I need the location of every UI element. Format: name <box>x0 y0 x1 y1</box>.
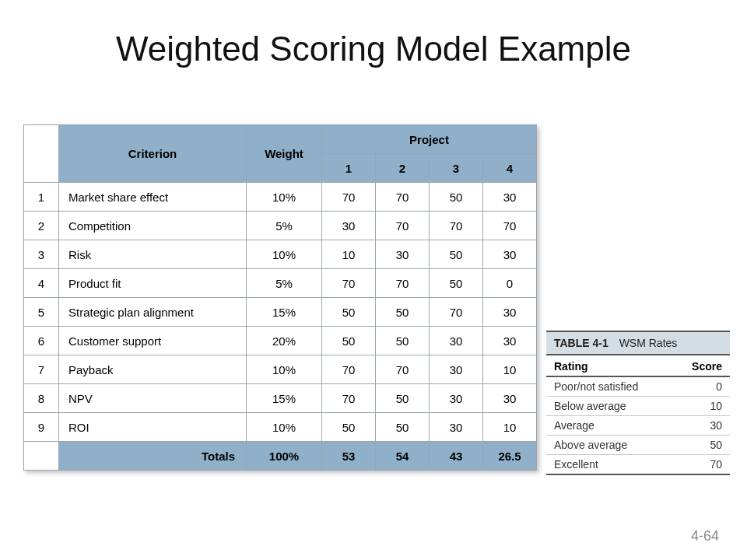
row-p1: 30 <box>322 212 376 240</box>
row-weight: 10% <box>247 240 322 269</box>
row-criterion: Strategic plan alignment <box>59 298 247 327</box>
row-weight: 20% <box>247 327 322 355</box>
table-row: 1Market share effect10%70705030 <box>24 183 537 212</box>
totals-p4: 26.5 <box>483 442 537 471</box>
row-criterion: Market share effect <box>59 183 247 212</box>
totals-label: Totals <box>59 442 247 471</box>
row-index: 9 <box>24 413 59 442</box>
rate-label: Poor/not satisfied <box>546 376 672 397</box>
table-row: 4Product fit5%7070500 <box>24 269 537 298</box>
rate-label: Above average <box>546 436 672 455</box>
wsm-header-weight: Weight <box>247 125 322 183</box>
rate-score: 10 <box>672 397 730 416</box>
row-p3: 50 <box>430 269 483 298</box>
row-p2: 70 <box>376 355 430 384</box>
wsm-header-blank <box>24 125 59 183</box>
row-index: 4 <box>24 269 59 298</box>
row-weight: 15% <box>247 298 322 327</box>
row-weight: 10% <box>247 413 322 442</box>
row-p2: 50 <box>376 413 430 442</box>
row-p4: 30 <box>483 240 537 269</box>
rate-score: 30 <box>672 416 730 436</box>
wsm-header-criterion: Criterion <box>59 125 247 183</box>
table-row: 2Competition5%30707070 <box>24 212 537 240</box>
totals-blank <box>24 442 59 471</box>
row-p4: 10 <box>483 413 537 442</box>
row-index: 5 <box>24 298 59 327</box>
row-p3: 50 <box>430 240 483 269</box>
rates-table-title: TABLE 4-1 WSM Rates <box>546 331 730 355</box>
row-p2: 50 <box>376 327 430 355</box>
row-criterion: Competition <box>59 212 247 240</box>
row-p1: 50 <box>322 413 376 442</box>
row-criterion: ROI <box>59 413 247 442</box>
rate-label: Excellent <box>546 455 672 475</box>
row-p3: 70 <box>430 212 483 240</box>
row-p1: 70 <box>322 183 376 212</box>
row-p1: 50 <box>322 327 376 355</box>
row-p2: 50 <box>376 298 430 327</box>
row-index: 3 <box>24 240 59 269</box>
rate-label: Average <box>546 416 672 436</box>
row-p4: 30 <box>483 384 537 413</box>
row-p2: 50 <box>376 384 430 413</box>
row-p2: 70 <box>376 212 430 240</box>
wsm-header-p2: 2 <box>376 154 430 183</box>
list-item: Average30 <box>546 416 730 436</box>
row-p3: 30 <box>430 413 483 442</box>
totals-row: Totals100%53544326.5 <box>24 442 537 471</box>
rates-header-rating: Rating <box>546 355 672 376</box>
row-p3: 30 <box>430 355 483 384</box>
row-weight: 5% <box>247 212 322 240</box>
row-p4: 70 <box>483 212 537 240</box>
row-criterion: Customer support <box>59 327 247 355</box>
row-weight: 5% <box>247 269 322 298</box>
wsm-header-p4: 4 <box>483 154 537 183</box>
table-row: 8NPV15%70503030 <box>24 384 537 413</box>
list-item: Poor/not satisfied0 <box>546 376 730 397</box>
row-criterion: Payback <box>59 355 247 384</box>
row-criterion: NPV <box>59 384 247 413</box>
table-row: 9ROI10%50503010 <box>24 413 537 442</box>
row-weight: 10% <box>247 355 322 384</box>
row-p4: 10 <box>483 355 537 384</box>
row-p3: 70 <box>430 298 483 327</box>
row-p1: 70 <box>322 355 376 384</box>
row-criterion: Risk <box>59 240 247 269</box>
row-p2: 30 <box>376 240 430 269</box>
row-weight: 10% <box>247 183 322 212</box>
list-item: Above average50 <box>546 436 730 455</box>
slide-title: Weighted Scoring Model Example <box>0 30 747 68</box>
totals-weight: 100% <box>247 442 322 471</box>
rate-score: 0 <box>672 376 730 397</box>
table-row: 7Payback10%70703010 <box>24 355 537 384</box>
wsm-header-row-1: Criterion Weight Project <box>24 125 537 154</box>
row-index: 1 <box>24 183 59 212</box>
table-row: 3Risk10%10305030 <box>24 240 537 269</box>
wsm-table: Criterion Weight Project 1 2 3 4 1Market… <box>23 124 537 471</box>
row-index: 7 <box>24 355 59 384</box>
list-item: Below average10 <box>546 397 730 416</box>
wsm-header-p1: 1 <box>322 154 376 183</box>
rates-table: Rating Score Poor/not satisfied0Below av… <box>546 355 730 475</box>
row-index: 2 <box>24 212 59 240</box>
rate-score: 50 <box>672 436 730 455</box>
row-p2: 70 <box>376 183 430 212</box>
rate-label: Below average <box>546 397 672 416</box>
row-p3: 30 <box>430 327 483 355</box>
row-p3: 50 <box>430 183 483 212</box>
rates-header-row: Rating Score <box>546 355 730 376</box>
wsm-table-body: 1Market share effect10%707050302Competit… <box>24 183 537 471</box>
rates-header-score: Score <box>672 355 730 376</box>
table-row: 5Strategic plan alignment15%50507030 <box>24 298 537 327</box>
row-index: 6 <box>24 327 59 355</box>
row-p1: 10 <box>322 240 376 269</box>
row-p3: 30 <box>430 384 483 413</box>
row-p1: 70 <box>322 269 376 298</box>
table-row: 6Customer support20%50503030 <box>24 327 537 355</box>
slide: Weighted Scoring Model Example Criterion… <box>0 0 747 560</box>
row-weight: 15% <box>247 384 322 413</box>
rates-table-number: TABLE 4-1 <box>554 337 608 349</box>
totals-p2: 54 <box>376 442 430 471</box>
row-p4: 30 <box>483 183 537 212</box>
